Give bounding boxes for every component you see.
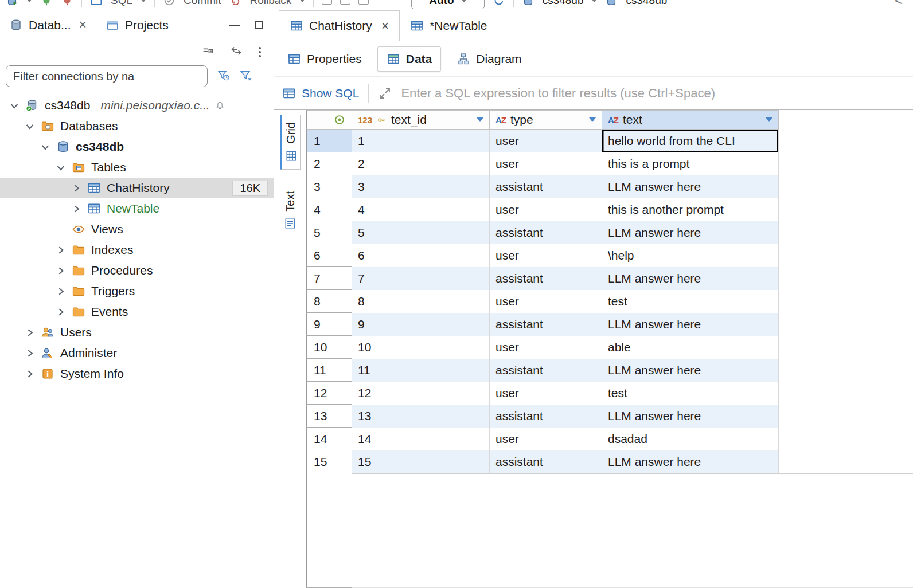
link-with-editor-icon[interactable]	[230, 45, 243, 60]
column-menu-icon[interactable]	[589, 117, 596, 122]
cell-text-id[interactable]: 12	[352, 382, 490, 405]
cell-type[interactable]: assistant	[490, 221, 602, 244]
row-number[interactable]: 12	[306, 382, 352, 405]
grid-empty-row[interactable]	[306, 565, 913, 588]
tree-item-users[interactable]: Users	[0, 322, 274, 343]
tab-diagram[interactable]: Diagram	[448, 47, 530, 71]
cell-type[interactable]: user	[490, 336, 602, 359]
tab-database-navigator[interactable]: Datab... ×	[0, 10, 96, 40]
layout-icon[interactable]	[340, 0, 350, 5]
cell-text-id[interactable]: 7	[352, 267, 490, 290]
chevron-right-icon[interactable]	[70, 205, 83, 213]
cell-type[interactable]: user	[490, 130, 602, 152]
tab-projects[interactable]: Projects	[96, 10, 178, 40]
cell-text[interactable]: hello world from the CLI	[602, 130, 779, 152]
transaction-mode-select[interactable]: Auto	[411, 0, 484, 9]
row-number[interactable]: 15	[306, 450, 352, 473]
panel-toggle-icon[interactable]	[358, 0, 369, 5]
row-number-empty[interactable]	[306, 496, 352, 519]
commit-icon[interactable]	[163, 0, 175, 7]
row-number-empty[interactable]	[306, 542, 352, 565]
grid-empty-row[interactable]	[306, 496, 913, 519]
grid-empty-row[interactable]	[306, 519, 913, 542]
row-number[interactable]: 14	[306, 428, 352, 450]
connect-icon[interactable]	[40, 0, 53, 7]
rollback-icon[interactable]	[229, 0, 241, 7]
cell-text[interactable]: LLM answer here	[602, 267, 779, 290]
grid-view-button[interactable]: Grid	[280, 115, 301, 170]
column-header-text-id[interactable]: 123 text_id	[352, 110, 490, 130]
cell-text-id[interactable]: 4	[352, 198, 490, 221]
tree-item-cs348db[interactable]: cs348dbmini.peisongxiao.c...	[0, 95, 274, 116]
row-number[interactable]: 9	[306, 313, 352, 336]
chevron-down-icon[interactable]	[57, 161, 65, 174]
chevron-right-icon[interactable]	[54, 308, 67, 316]
row-number[interactable]: 3	[306, 175, 352, 198]
minimize-icon[interactable]	[229, 25, 240, 26]
tab-data[interactable]: Data	[377, 46, 442, 72]
cell-type[interactable]: user	[490, 198, 602, 221]
tree-item-cs348db[interactable]: cs348db	[0, 136, 274, 157]
schema-selector[interactable]: cs348db	[626, 0, 667, 7]
tree-item-views[interactable]: Views	[0, 219, 274, 240]
cell-text-id[interactable]: 9	[352, 313, 490, 336]
expand-filter-icon[interactable]	[378, 87, 392, 100]
column-header-text[interactable]: AZ text	[602, 110, 779, 130]
row-number-empty[interactable]	[306, 565, 352, 588]
tree-item-indexes[interactable]: Indexes	[0, 240, 274, 260]
cell-text[interactable]: dsadad	[602, 428, 779, 450]
cell-text-id[interactable]: 1	[352, 130, 490, 152]
grid-empty-row[interactable]	[306, 473, 913, 496]
chevron-right-icon[interactable]	[24, 328, 36, 337]
chevron-down-icon[interactable]	[41, 140, 50, 153]
grid-corner-cell[interactable]	[306, 110, 352, 130]
row-number[interactable]: 1	[306, 130, 352, 152]
cell-type[interactable]: assistant	[490, 313, 602, 336]
disconnect-icon[interactable]	[61, 0, 73, 7]
chevron-right-icon[interactable]	[24, 349, 36, 358]
chevron-right-icon[interactable]	[70, 184, 83, 193]
commit-button[interactable]: Commit	[184, 0, 221, 7]
cell-text[interactable]: test	[602, 382, 779, 405]
cell-type[interactable]: user	[490, 428, 602, 450]
row-number-empty[interactable]	[306, 473, 352, 496]
tree-item-chathistory[interactable]: ChatHistory16K	[0, 178, 274, 198]
cell-text-id[interactable]: 15	[352, 450, 490, 473]
cell-text[interactable]: LLM answer here	[602, 221, 779, 244]
tree-item-system-info[interactable]: System Info	[0, 363, 274, 384]
row-number[interactable]: 4	[306, 198, 352, 221]
sql-editor-icon[interactable]	[90, 0, 103, 7]
show-sql-button[interactable]: Show SQL	[282, 87, 359, 100]
cell-text[interactable]: able	[602, 336, 779, 359]
close-icon[interactable]: ×	[79, 18, 87, 32]
cell-type[interactable]: assistant	[490, 359, 602, 382]
tree-item-tables[interactable]: Tables	[0, 157, 274, 178]
back-button[interactable]: <	[895, 0, 907, 9]
cell-text[interactable]: \help	[602, 244, 779, 267]
cell-text-id[interactable]: 6	[352, 244, 490, 267]
chevron-down-icon[interactable]	[26, 120, 34, 132]
tree-item-newtable[interactable]: NewTable	[0, 198, 274, 219]
chevron-right-icon[interactable]	[54, 287, 67, 296]
tree-item-triggers[interactable]: Triggers	[0, 281, 274, 301]
sql-filter-input[interactable]	[401, 77, 913, 109]
cell-text[interactable]: this is another prompt	[602, 198, 779, 221]
cell-text[interactable]: LLM answer here	[602, 405, 779, 428]
row-number[interactable]: 5	[306, 221, 352, 244]
cell-type[interactable]: assistant	[490, 267, 602, 290]
collapse-all-icon[interactable]	[201, 45, 214, 60]
row-number[interactable]: 11	[306, 359, 352, 382]
cell-type[interactable]: assistant	[490, 175, 602, 198]
connection-selector[interactable]: cs348db	[543, 0, 584, 7]
grid-empty-row[interactable]	[306, 542, 913, 565]
maximize-icon[interactable]	[255, 21, 263, 29]
cell-text-id[interactable]: 13	[352, 405, 490, 428]
editor-tab-chathistory[interactable]: ChatHistory ×	[279, 10, 400, 41]
cell-text-id[interactable]: 10	[352, 336, 490, 359]
chevron-down-icon[interactable]	[10, 99, 19, 112]
row-number[interactable]: 6	[306, 244, 352, 267]
cell-type[interactable]: user	[490, 152, 602, 175]
tab-properties[interactable]: Properties	[279, 47, 370, 71]
tree-item-events[interactable]: Events	[0, 301, 274, 322]
overflow-menu-icon[interactable]	[259, 47, 261, 57]
